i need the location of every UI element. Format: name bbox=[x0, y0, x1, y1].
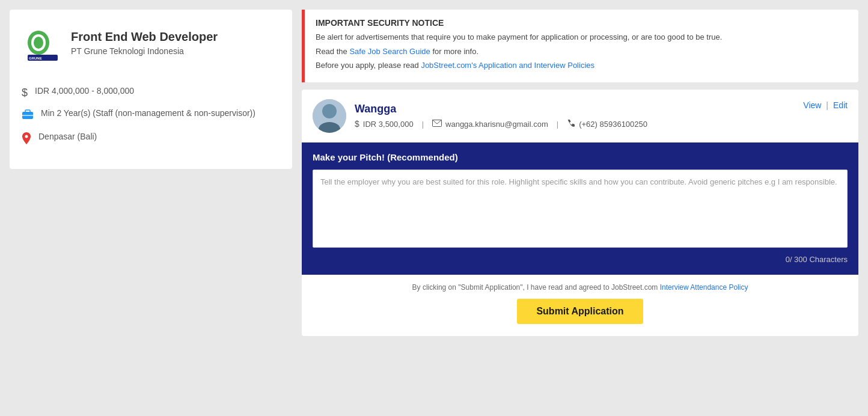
applicant-email: wangga.kharisnu@gmail.com bbox=[445, 120, 548, 129]
experience-text: Min 2 Year(s) (Staff (non-management & n… bbox=[41, 108, 255, 120]
terms-prefix: By clicking on "Submit Application", I h… bbox=[412, 283, 660, 292]
applicant-details: Wangga $ IDR 3,500,000 | bbox=[355, 103, 647, 129]
job-title: Front End Web Developer bbox=[71, 30, 218, 44]
job-info-panel: GRUNE TEKNOLOGI INDONESIA Front End Web … bbox=[10, 10, 292, 169]
view-link[interactable]: View bbox=[803, 100, 821, 110]
right-panel: IMPORTANT SECURITY NOTICE Be alert for a… bbox=[302, 10, 858, 336]
svg-point-12 bbox=[322, 104, 337, 118]
svg-point-3 bbox=[34, 37, 43, 49]
terms-text: By clicking on "Submit Application", I h… bbox=[412, 283, 748, 292]
interview-attendance-link[interactable]: Interview Attendance Policy bbox=[660, 283, 748, 292]
svg-point-10 bbox=[25, 135, 28, 138]
company-info: Front End Web Developer PT Grune Teknolo… bbox=[71, 30, 218, 56]
applicant-phone: (+62) 85936100250 bbox=[579, 120, 647, 129]
svg-rect-8 bbox=[25, 110, 30, 112]
edit-link[interactable]: Edit bbox=[833, 100, 848, 110]
experience-detail: Min 2 Year(s) (Staff (non-management & n… bbox=[22, 108, 280, 123]
security-notice-line2: Read the Safe Job Search Guide for more … bbox=[316, 46, 848, 58]
pitch-counter: 0/ 300 Characters bbox=[313, 255, 848, 264]
application-card: Wangga $ IDR 3,500,000 | bbox=[302, 90, 858, 336]
submit-application-button[interactable]: Submit Application bbox=[517, 299, 643, 324]
security-notice-line2-suffix: for more info. bbox=[430, 47, 478, 56]
applicant-salary-item: $ IDR 3,500,000 bbox=[355, 119, 414, 129]
security-notice-line1: Be alert for advertisements that require… bbox=[316, 31, 848, 43]
applicant-avatar bbox=[313, 99, 346, 133]
location-text: Denpasar (Bali) bbox=[38, 131, 97, 143]
applicant-salary: IDR 3,500,000 bbox=[363, 120, 414, 129]
view-edit-separator: | bbox=[826, 100, 831, 110]
company-header: GRUNE TEKNOLOGI INDONESIA Front End Web … bbox=[22, 22, 280, 73]
svg-text:TEKNOLOGI INDONESIA: TEKNOLOGI INDONESIA bbox=[29, 61, 57, 64]
security-notice-line2-prefix: Read the bbox=[316, 47, 349, 56]
security-notice-line3: Before you apply, please read JobStreet.… bbox=[316, 60, 848, 72]
salary-icon: $ bbox=[22, 87, 28, 99]
view-edit-links: View | Edit bbox=[803, 100, 848, 110]
security-notice-title: IMPORTANT SECURITY NOTICE bbox=[316, 18, 848, 28]
company-name: PT Grune Teknologi Indonesia bbox=[71, 46, 218, 56]
pitch-section: Make your Pitch! (Recommended) 0/ 300 Ch… bbox=[302, 142, 858, 275]
security-notice-line3-prefix: Before you apply, please read bbox=[316, 61, 421, 70]
safe-job-guide-link[interactable]: Safe Job Search Guide bbox=[349, 47, 430, 56]
meta-sep-1: | bbox=[422, 120, 424, 129]
meta-sep-2: | bbox=[557, 120, 558, 129]
email-icon bbox=[432, 120, 442, 129]
briefcase-icon bbox=[22, 109, 34, 123]
phone-icon bbox=[567, 119, 575, 129]
svg-text:GRUNE: GRUNE bbox=[29, 57, 42, 60]
location-icon bbox=[22, 132, 31, 148]
applicant-name: Wangga bbox=[355, 103, 647, 115]
salary-detail: $ IDR 4,000,000 - 8,000,000 bbox=[22, 85, 280, 99]
applicant-phone-item: (+62) 85936100250 bbox=[567, 119, 647, 129]
location-detail: Denpasar (Bali) bbox=[22, 131, 280, 148]
security-notice: IMPORTANT SECURITY NOTICE Be alert for a… bbox=[302, 10, 858, 82]
applicant-row: Wangga $ IDR 3,500,000 | bbox=[302, 90, 858, 142]
pitch-textarea[interactable] bbox=[313, 170, 848, 248]
applicant-meta: $ IDR 3,500,000 | wangga.kharisn bbox=[355, 119, 647, 129]
dollar-icon: $ bbox=[355, 119, 359, 129]
applicant-email-item: wangga.kharisnu@gmail.com bbox=[432, 120, 548, 129]
company-logo: GRUNE TEKNOLOGI INDONESIA bbox=[22, 22, 64, 64]
submit-section: By clicking on "Submit Application", I h… bbox=[302, 275, 858, 336]
pitch-title: Make your Pitch! (Recommended) bbox=[313, 152, 848, 162]
interview-policies-link[interactable]: JobStreet.com's Application and Intervie… bbox=[421, 61, 594, 70]
salary-text: IDR 4,000,000 - 8,000,000 bbox=[35, 85, 134, 97]
